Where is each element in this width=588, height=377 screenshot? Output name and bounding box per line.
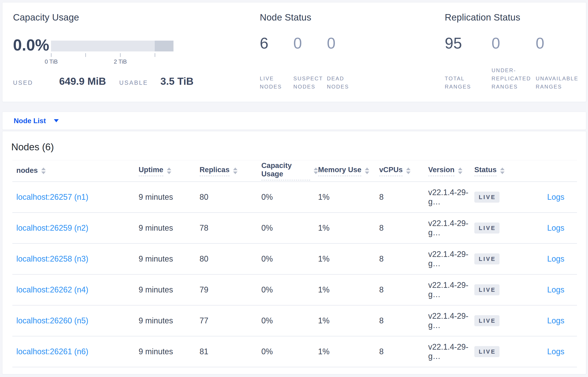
node-list-dropdown-label: Node List xyxy=(14,117,46,125)
total-ranges-label: TOTAL RANGES xyxy=(445,74,492,91)
capacity-usage-cell: 0% xyxy=(261,285,318,295)
column-header-status[interactable]: Status xyxy=(474,165,527,176)
capacity-usage-panel: Capacity Usage 0.0% 0 TiB 2 TiB USED 649… xyxy=(13,2,256,102)
node-link[interactable]: localhost:26259 (n2) xyxy=(16,223,88,232)
node-link[interactable]: localhost:26261 (n6) xyxy=(16,347,88,356)
axis-tick xyxy=(85,53,86,57)
logs-link[interactable]: Logs xyxy=(547,254,564,263)
usable-value: 3.5 TiB xyxy=(161,75,194,87)
table-row: localhost:26257 (n1) 9 minutes 80 0% 1% … xyxy=(2,182,586,212)
logs-link[interactable]: Logs xyxy=(547,192,564,201)
chevron-down-icon xyxy=(54,119,59,122)
logs-link[interactable]: Logs xyxy=(547,223,564,232)
vcpus-cell: 8 xyxy=(379,223,428,233)
status-badge: LIVE xyxy=(474,253,499,264)
vcpus-cell: 8 xyxy=(379,285,428,295)
axis-tick xyxy=(120,53,120,57)
capacity-usage-summary: USED 649.9 MiB USABLE 3.5 TiB xyxy=(13,75,194,87)
uptime-cell: 9 minutes xyxy=(139,223,200,233)
memory-use-cell: 1% xyxy=(318,223,379,233)
replicas-cell: 78 xyxy=(200,223,261,233)
node-status-values: 6 0 0 xyxy=(260,35,360,51)
capacity-bar-chart: 0 TiB 2 TiB xyxy=(51,41,174,67)
under-replicated-ranges-label: UNDER- REPLICATED RANGES xyxy=(492,66,536,91)
column-header-replicas[interactable]: Replicas xyxy=(200,165,261,176)
suspect-nodes-value: 0 xyxy=(293,35,327,51)
sort-icon xyxy=(167,167,171,174)
replication-values: 95 0 0 xyxy=(445,35,584,51)
table-row: localhost:26262 (n4) 9 minutes 79 0% 1% … xyxy=(2,275,586,305)
replication-status-title: Replication Status xyxy=(445,12,520,23)
node-link[interactable]: localhost:26260 (n5) xyxy=(16,316,88,325)
vcpus-cell: 8 xyxy=(379,347,428,356)
capacity-bar-track xyxy=(51,41,174,51)
node-link[interactable]: localhost:26258 (n3) xyxy=(16,254,88,263)
sort-icon xyxy=(365,167,369,174)
axis-tick xyxy=(51,53,51,57)
node-status-title: Node Status xyxy=(260,12,311,23)
memory-use-cell: 1% xyxy=(318,285,379,295)
replicas-cell: 80 xyxy=(200,192,261,202)
table-row: localhost:26260 (n5) 9 minutes 77 0% 1% … xyxy=(2,306,586,336)
status-badge: LIVE xyxy=(474,192,499,203)
nodes-table-panel: Nodes (6) nodes Uptime Replicas Capacity… xyxy=(2,131,586,374)
column-header-uptime[interactable]: Uptime xyxy=(139,165,200,176)
logs-link[interactable]: Logs xyxy=(547,347,564,356)
replicas-cell: 79 xyxy=(200,285,261,295)
status-badge: LIVE xyxy=(474,223,499,234)
column-header-vcpus[interactable]: vCPUs xyxy=(379,165,428,176)
logs-link[interactable]: Logs xyxy=(547,316,564,325)
view-selector-bar: Node List xyxy=(2,112,586,130)
axis-tick xyxy=(155,53,155,57)
capacity-usage-cell: 0% xyxy=(261,192,318,202)
unavailable-ranges-label: UNAVAILABLE RANGES xyxy=(536,74,584,91)
live-nodes-label: LIVE NODES xyxy=(260,74,293,91)
version-cell: v22.1.4-29-g… xyxy=(428,219,474,237)
capacity-bar-segment xyxy=(155,41,174,51)
capacity-usage-cell: 0% xyxy=(261,347,318,356)
column-header-nodes[interactable]: nodes xyxy=(16,166,139,176)
memory-use-cell: 1% xyxy=(318,347,379,356)
version-cell: v22.1.4-29-g… xyxy=(428,311,474,330)
capacity-percent: 0.0% xyxy=(13,36,49,54)
vcpus-cell: 8 xyxy=(379,316,428,325)
nodes-table-body: localhost:26257 (n1) 9 minutes 80 0% 1% … xyxy=(2,182,586,367)
sort-icon xyxy=(41,167,46,174)
table-row: localhost:26258 (n3) 9 minutes 80 0% 1% … xyxy=(2,244,586,274)
cluster-summary-card: Capacity Usage 0.0% 0 TiB 2 TiB USED 649… xyxy=(2,2,586,102)
column-header-memory-use[interactable]: Memory Use xyxy=(318,165,379,176)
node-link[interactable]: localhost:26262 (n4) xyxy=(16,285,88,294)
capacity-usage-cell: 0% xyxy=(261,223,318,233)
status-badge: LIVE xyxy=(474,346,499,357)
live-nodes-value: 6 xyxy=(260,35,293,51)
nodes-table-header: nodes Uptime Replicas Capacity Usage Mem… xyxy=(2,160,586,181)
total-ranges-value: 95 xyxy=(445,35,492,51)
uptime-cell: 9 minutes xyxy=(139,192,200,202)
uptime-cell: 9 minutes xyxy=(139,347,200,356)
sort-icon xyxy=(500,167,505,174)
dead-nodes-value: 0 xyxy=(327,35,360,51)
axis-tick-label: 0 TiB xyxy=(38,58,64,65)
nodes-table-title: Nodes (6) xyxy=(11,141,586,153)
dead-nodes-label: DEAD NODES xyxy=(327,74,360,91)
column-header-capacity-usage[interactable]: Capacity Usage xyxy=(261,161,318,180)
logs-link[interactable]: Logs xyxy=(547,285,564,294)
version-cell: v22.1.4-29-g… xyxy=(428,281,474,299)
sort-icon xyxy=(458,167,462,174)
memory-use-cell: 1% xyxy=(318,316,379,325)
uptime-cell: 9 minutes xyxy=(139,254,200,264)
node-list-dropdown[interactable]: Node List xyxy=(14,117,59,125)
sort-icon xyxy=(314,167,318,174)
version-cell: v22.1.4-29-g… xyxy=(428,342,474,361)
node-link[interactable]: localhost:26257 (n1) xyxy=(16,192,88,201)
node-status-labels: LIVE NODES SUSPECT NODES DEAD NODES xyxy=(260,62,360,91)
capacity-usage-title: Capacity Usage xyxy=(13,12,79,23)
replicas-cell: 81 xyxy=(200,347,261,356)
column-header-version[interactable]: Version xyxy=(428,165,474,176)
version-cell: v22.1.4-29-g… xyxy=(428,188,474,206)
capacity-usage-cell: 0% xyxy=(261,254,318,264)
uptime-cell: 9 minutes xyxy=(139,316,200,325)
row-separator xyxy=(12,367,577,367)
vcpus-cell: 8 xyxy=(379,192,428,202)
replicas-cell: 77 xyxy=(200,316,261,325)
